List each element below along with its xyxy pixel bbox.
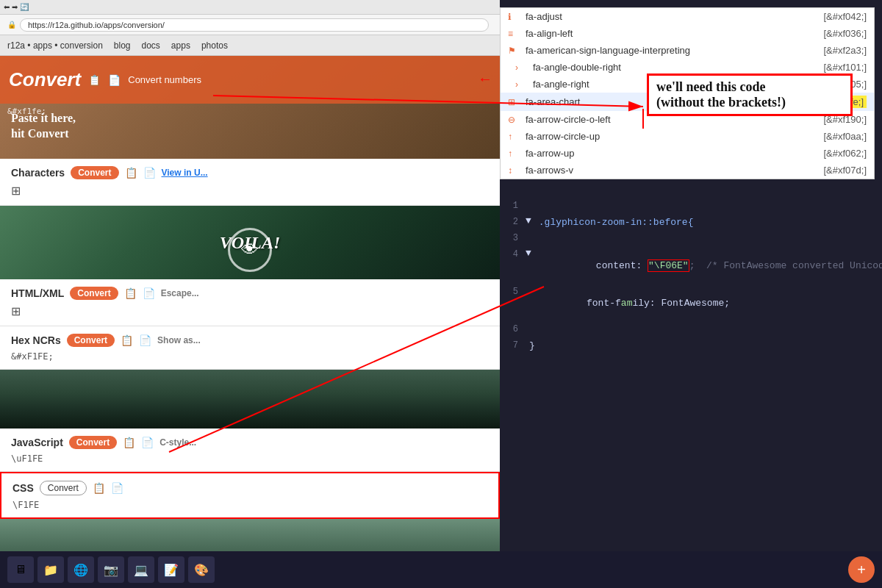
javascript-extra: C-style...	[159, 437, 196, 448]
fa-adjust-icon: ℹ	[508, 12, 520, 22]
copy-icon[interactable]: 📋	[88, 74, 101, 86]
nav-docs[interactable]: docs	[142, 40, 160, 51]
fa-arrow-circle-up-icon: ↑	[508, 132, 520, 142]
browser-url-bar: 🔒 https://r12a.github.io/apps/conversion…	[0, 15, 500, 35]
fa-arrow-circle-left-icon: ⊖	[508, 115, 520, 125]
nav-blog[interactable]: blog	[114, 40, 131, 51]
browser-controls: ⬅ ➡ 🔄	[4, 3, 29, 11]
header-top: Convert 📋 📄 Convert numbers ←	[0, 56, 500, 104]
fa-angle-right-icon: ›	[515, 79, 527, 90]
fa-arrow-up-name: fa-arrow-up	[526, 148, 817, 159]
dropdown-item-fa-asl[interactable]: ⚑ fa-american-sign-language-interpreting…	[501, 42, 874, 59]
hex-ncrs-copy-icon[interactable]: 📋	[121, 334, 133, 346]
fa-align-left-code: [&#xf036;]	[823, 28, 867, 39]
javascript-title: JavaScript	[11, 437, 63, 448]
line-num-6: 6	[500, 323, 526, 334]
dropdown-item-fa-align-left[interactable]: ≡ fa-align-left [&#xf036;]	[501, 25, 874, 42]
html-xml-extra: Escape...	[161, 288, 199, 298]
dropdown-item-fa-arrow-up[interactable]: ↑ fa-arrow-up [&#xf062;]	[501, 145, 874, 162]
nav-photos[interactable]: photos	[201, 40, 228, 51]
font-family-rest: ily: FontAwesome;	[632, 298, 730, 309]
css-convert-btn[interactable]: Convert	[40, 481, 87, 495]
characters-title: Characters	[11, 167, 65, 179]
code-editor: 1 2 ▼ .glyphicon-zoom-in::before{ 3 4 ▼ …	[500, 198, 882, 551]
fa-angle-double-name: fa-angle-double-right	[533, 62, 817, 73]
css-copy-icon[interactable]: 📋	[93, 482, 105, 494]
fa-arrow-circle-up-name: fa-arrow-circle-up	[526, 131, 817, 142]
hex-ncrs-file-icon[interactable]: 📄	[139, 334, 151, 346]
code-line-2: 2 ▼ .glyphicon-zoom-in::before{	[500, 215, 882, 231]
code-line-5: 5 font-family: FontAwesome;	[500, 284, 882, 322]
convert-main-title: Convert	[9, 68, 81, 91]
content-comment: ; /* FontAwesome converted Unicode	[689, 260, 882, 271]
dropdown-item-fa-adjust[interactable]: ℹ fa-adjust [&#xf042;]	[501, 8, 874, 25]
fa-adjust-code: [&#xf042;]	[823, 11, 867, 22]
line-content-2: .glyphicon-zoom-in::before{	[535, 215, 882, 229]
line-content-7: }	[526, 339, 882, 353]
taskbar-btn-3[interactable]: 📷	[98, 556, 124, 583]
html-xml-convert-btn[interactable]: Convert	[70, 287, 118, 300]
characters-convert-btn[interactable]: Convert	[71, 166, 118, 179]
code-line-1: 1	[500, 198, 882, 215]
characters-file-icon[interactable]: 📄	[143, 167, 156, 179]
fa-adjust-name: fa-adjust	[526, 11, 817, 22]
taskbar-btn-5[interactable]: 📝	[158, 556, 184, 583]
nav-apps[interactable]: apps	[171, 40, 190, 51]
html-xml-copy-icon[interactable]: 📋	[124, 287, 137, 299]
forest-section-2	[0, 370, 500, 429]
fa-asl-icon: ⚑	[508, 46, 520, 56]
html-xml-file-icon[interactable]: 📄	[143, 287, 155, 299]
taskbar-btn-2[interactable]: 🌐	[68, 556, 94, 583]
font-family-prop: font-f	[564, 298, 621, 309]
javascript-value: \uF1FE	[11, 453, 489, 464]
code-line-4: 4 ▼ content: "\F06E"; /* FontAwesome con…	[500, 247, 882, 284]
forest-section-1: VOILA! 👁	[0, 206, 500, 279]
css-value: \F1FE	[12, 500, 487, 510]
line-content-5: font-family: FontAwesome;	[526, 285, 882, 321]
taskbar: 🖥 📁 🌐 📷 💻 📝 🎨 +	[0, 551, 882, 588]
html-xml-section: HTML/XML Convert 📋 📄 Escape... ⊞	[0, 279, 500, 326]
taskbar-btn-6[interactable]: 🎨	[188, 556, 215, 583]
hex-ncrs-title: Hex NCRs	[11, 334, 61, 346]
line-content-3	[526, 232, 882, 234]
hex-ncrs-label-row: Hex NCRs Convert 📋 📄 Show as...	[11, 334, 489, 347]
file-icon[interactable]: 📄	[108, 74, 121, 86]
code-line-3: 3	[500, 231, 882, 247]
fab-button[interactable]: +	[848, 556, 875, 583]
characters-grid-icon: ⊞	[11, 184, 489, 198]
characters-copy-icon[interactable]: 📋	[125, 167, 137, 179]
fa-asl-code: [&#xf2a3;]	[823, 45, 867, 56]
html-xml-grid-icon: ⊞	[11, 304, 489, 318]
dropdown-item-fa-arrow-circle-up[interactable]: ↑ fa-arrow-circle-up [&#xf0aa;]	[501, 128, 874, 145]
css-label-row: CSS Convert 📋 📄	[12, 481, 487, 495]
fa-align-left-name: fa-align-left	[526, 28, 817, 39]
taskbar-btn-4[interactable]: 💻	[128, 556, 154, 583]
line-content-4: content: "\F06E"; /* FontAwesome convert…	[535, 248, 882, 284]
fa-arrows-v-name: fa-arrows-v	[526, 165, 817, 176]
hex-ncrs-value: &#xF1FE;	[11, 351, 489, 362]
fa-angle-double-code: [&#xf101;]	[823, 62, 867, 73]
javascript-copy-icon[interactable]: 📋	[123, 437, 135, 448]
annotation-need-code: we'll need this code (without the bracke…	[647, 74, 853, 116]
url-input[interactable]: https://r12a.github.io/apps/conversion/	[20, 18, 489, 32]
hex-ncrs-convert-btn[interactable]: Convert	[67, 334, 115, 347]
hex-ncrs-section: Hex NCRs Convert 📋 📄 Show as... &#xF1FE;	[0, 326, 500, 370]
line-num-5: 5	[500, 285, 526, 297]
javascript-convert-btn[interactable]: Convert	[69, 436, 117, 449]
css-file-icon[interactable]: 📄	[111, 482, 123, 494]
fa-area-chart-icon: ⊞	[508, 97, 520, 107]
fa-align-left-icon: ≡	[508, 29, 520, 39]
fa-arrow-up-code: [&#xf062;]	[823, 148, 867, 159]
characters-view-link[interactable]: View in U...	[162, 168, 208, 178]
html-xml-label-row: HTML/XML Convert 📋 📄 Escape...	[11, 287, 489, 300]
line-content-6	[526, 323, 882, 326]
dropdown-item-fa-arrows-v[interactable]: ↕ fa-arrows-v [&#xf07d;]	[501, 162, 874, 179]
content-prop: content:	[573, 260, 648, 271]
left-panel: Convert 📋 📄 Convert numbers ← &#xf1fe; P…	[0, 56, 500, 588]
convert-numbers-label: Convert numbers	[128, 74, 201, 85]
javascript-file-icon[interactable]: 📄	[141, 437, 154, 448]
characters-label-row: Characters Convert 📋 📄 View in U...	[11, 166, 489, 179]
hex-ncrs-extra: Show as...	[157, 335, 201, 345]
taskbar-btn-0[interactable]: 🖥	[7, 556, 34, 583]
taskbar-btn-1[interactable]: 📁	[37, 556, 64, 583]
